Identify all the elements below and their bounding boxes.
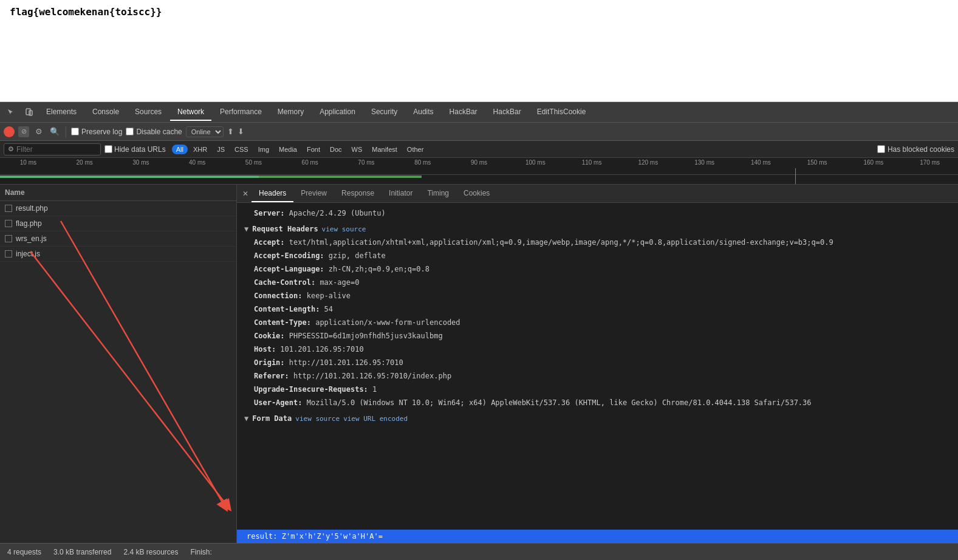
- sub-tab-cookies[interactable]: Cookies: [456, 185, 497, 202]
- filter-ws[interactable]: WS: [347, 145, 367, 154]
- headers-content: Server: Apache/2.4.29 (Ubuntu) ▼ Request…: [237, 203, 958, 530]
- tab-security[interactable]: Security: [364, 104, 405, 121]
- filter-manifest[interactable]: Manifest: [368, 145, 402, 154]
- file-name-result: result.php: [16, 204, 48, 213]
- filter-bar: ⚙ Hide data URLs All XHR JS CSS Img Medi…: [0, 141, 958, 158]
- tab-hackbar2[interactable]: HackBar: [486, 104, 529, 121]
- file-panel-header: Name: [0, 185, 236, 201]
- request-headers-section: ▼ Request Headers view source: [244, 225, 951, 233]
- inspect-icon[interactable]: [2, 104, 19, 121]
- search-icon[interactable]: 🔍: [49, 126, 61, 138]
- header-row-user-agent: User-Agent: Mozilla/5.0 (Windows NT 10.0…: [244, 396, 951, 409]
- page-content: flag{welcomekenan{toiscc}}: [0, 0, 958, 102]
- file-name-wrs: wrs_en.js: [16, 234, 47, 243]
- tab-audits[interactable]: Audits: [406, 104, 440, 121]
- hide-data-urls-label[interactable]: Hide data URLs: [104, 145, 166, 154]
- timeline-track: [0, 174, 958, 179]
- header-row-cache-control: Cache-Control: max-age=0: [244, 276, 951, 289]
- hide-data-urls-checkbox[interactable]: [104, 145, 112, 153]
- header-row-cookie: Cookie: PHPSESSID=6d1mjo9nfhdh5jusv3kaul…: [244, 329, 951, 343]
- filter-js[interactable]: JS: [213, 145, 229, 154]
- file-item-flag[interactable]: flag.php: [0, 216, 236, 231]
- status-bar: 4 requests 3.0 kB transferred 2.4 kB res…: [0, 543, 958, 560]
- header-row-referer: Referer: http://101.201.126.95:7010/inde…: [244, 369, 951, 383]
- header-row-upgrade: Upgrade-Insecure-Requests: 1: [244, 383, 951, 396]
- header-row-host: Host: 101.201.126.95:7010: [244, 343, 951, 356]
- disable-cache-label[interactable]: Disable cache: [126, 128, 182, 136]
- flag-text: flag{welcomekenan{toiscc}}: [10, 6, 948, 18]
- transferred-size: 3.0 kB transferred: [53, 548, 111, 556]
- file-checkbox-flag: [5, 220, 12, 227]
- filter-input-wrap: ⚙: [4, 143, 101, 155]
- preserve-log-checkbox[interactable]: [71, 128, 79, 135]
- stop-button[interactable]: ⊘: [18, 126, 29, 137]
- filter-icon-inline: ⚙: [8, 145, 14, 153]
- tab-elements[interactable]: Elements: [39, 104, 84, 121]
- upload-btn[interactable]: ⬆: [227, 127, 234, 136]
- header-row-origin: Origin: http://101.201.126.95:7010: [244, 356, 951, 369]
- file-name-flag: flag.php: [16, 219, 42, 228]
- filter-font[interactable]: Font: [303, 145, 324, 154]
- file-panel: Name result.php flag.php wrs_en.js injec…: [0, 185, 237, 543]
- tab-performance[interactable]: Performance: [213, 104, 269, 121]
- separator1: [66, 126, 66, 137]
- header-row-accept-encoding: Accept-Encoding: gzip, deflate: [244, 249, 951, 262]
- tab-network[interactable]: Network: [170, 104, 211, 121]
- timeline-bar[interactable]: 10 ms 20 ms 30 ms 40 ms 50 ms 60 ms 70 m…: [0, 158, 958, 185]
- close-icon[interactable]: ✕: [239, 188, 251, 200]
- sub-tabs: ✕ Headers Preview Response Initiator Tim…: [237, 185, 958, 203]
- device-icon[interactable]: [21, 104, 38, 121]
- has-blocked-checkbox[interactable]: [877, 145, 885, 153]
- requests-count: 4 requests: [7, 548, 41, 556]
- sub-tab-response[interactable]: Response: [334, 185, 381, 202]
- filter-other[interactable]: Other: [403, 145, 428, 154]
- form-view-url-encoded[interactable]: view URL encoded: [343, 415, 408, 423]
- headers-panel: ✕ Headers Preview Response Initiator Tim…: [237, 185, 958, 543]
- header-row-content-type: Content-Type: application/x-www-form-url…: [244, 316, 951, 329]
- form-data-result-row[interactable]: result: Z'm'x'h'Z'y'5'w'a'H'A'=: [237, 530, 958, 543]
- header-row-accept-language: Accept-Language: zh-CN,zh;q=0.9,en;q=0.8: [244, 262, 951, 276]
- tab-console[interactable]: Console: [85, 104, 126, 121]
- disable-cache-checkbox[interactable]: [126, 128, 134, 135]
- tab-hackbar1[interactable]: HackBar: [442, 104, 485, 121]
- filter-icon[interactable]: ⚙: [33, 126, 45, 138]
- svg-rect-0: [26, 109, 30, 115]
- filter-doc[interactable]: Doc: [326, 145, 346, 154]
- file-item-inject[interactable]: inject.js: [0, 247, 236, 262]
- preserve-log-label[interactable]: Preserve log: [71, 128, 122, 136]
- filter-xhr[interactable]: XHR: [189, 145, 211, 154]
- filter-input[interactable]: [16, 145, 89, 154]
- file-checkbox-wrs: [5, 235, 12, 242]
- timeline-labels: 10 ms 20 ms 30 ms 40 ms 50 ms 60 ms 70 m…: [0, 159, 958, 166]
- header-row-connection: Connection: keep-alive: [244, 289, 951, 302]
- file-name-inject: inject.js: [16, 250, 40, 258]
- form-view-source[interactable]: view source: [295, 415, 340, 423]
- server-val: Apache/2.4.29 (Ubuntu): [289, 209, 386, 217]
- sub-tab-headers[interactable]: Headers: [251, 185, 293, 202]
- main-content: Name result.php flag.php wrs_en.js injec…: [0, 185, 958, 543]
- sub-tab-initiator[interactable]: Initiator: [381, 185, 420, 202]
- download-btn[interactable]: ⬇: [238, 127, 244, 136]
- devtools-panel: Elements Console Sources Network Perform…: [0, 102, 958, 560]
- sub-tab-preview[interactable]: Preview: [293, 185, 334, 202]
- resources-size: 2.4 kB resources: [123, 548, 178, 556]
- tab-editthiscookie[interactable]: EditThisCookie: [530, 104, 594, 121]
- filter-img[interactable]: Img: [254, 145, 273, 154]
- file-item-result[interactable]: result.php: [0, 201, 236, 216]
- server-header-row: Server: Apache/2.4.29 (Ubuntu): [244, 207, 951, 220]
- tab-memory[interactable]: Memory: [270, 104, 311, 121]
- record-button[interactable]: [4, 126, 15, 137]
- filter-css[interactable]: CSS: [230, 145, 253, 154]
- form-data-section: ▼ Form Data view source view URL encoded: [244, 414, 951, 423]
- file-item-wrs[interactable]: wrs_en.js: [0, 231, 236, 247]
- filter-media[interactable]: Media: [275, 145, 301, 154]
- has-blocked-label: Has blocked cookies: [877, 145, 954, 154]
- view-source-link[interactable]: view source: [322, 225, 366, 233]
- throttle-select[interactable]: Online: [186, 126, 224, 137]
- devtools-tab-bar: Elements Console Sources Network Perform…: [0, 102, 958, 123]
- network-toolbar: ⊘ ⚙ 🔍 Preserve log Disable cache Online …: [0, 123, 958, 141]
- tab-application[interactable]: Application: [312, 104, 363, 121]
- sub-tab-timing[interactable]: Timing: [420, 185, 456, 202]
- filter-all[interactable]: All: [172, 145, 188, 154]
- tab-sources[interactable]: Sources: [128, 104, 169, 121]
